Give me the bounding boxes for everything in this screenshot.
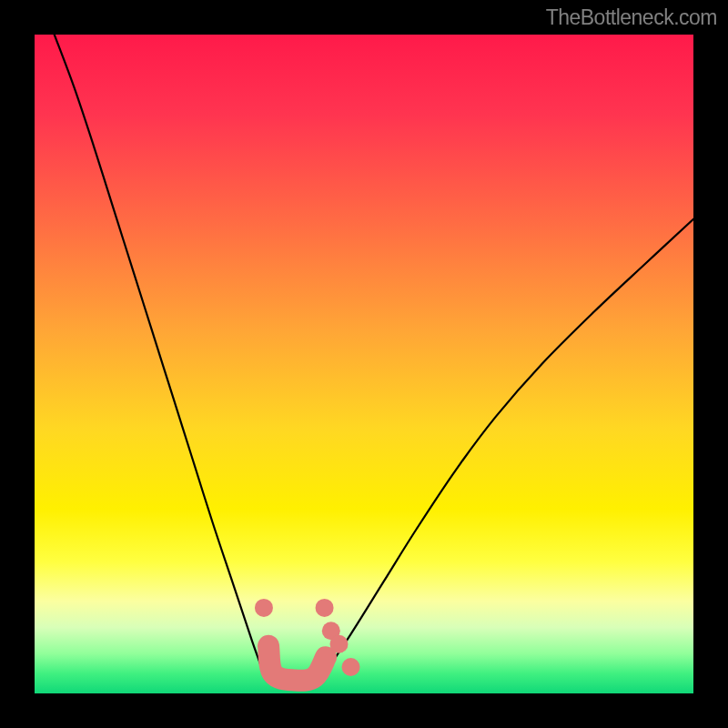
marker-point-1: [316, 599, 334, 617]
marker-point-0: [255, 599, 273, 617]
watermark-text: TheBottleneck.com: [546, 5, 717, 30]
marker-point-3: [329, 635, 348, 653]
chart-svg: [35, 35, 693, 693]
marker-point-4: [342, 658, 360, 676]
chart-background: [35, 35, 693, 693]
chart-plot-area: [35, 35, 693, 693]
